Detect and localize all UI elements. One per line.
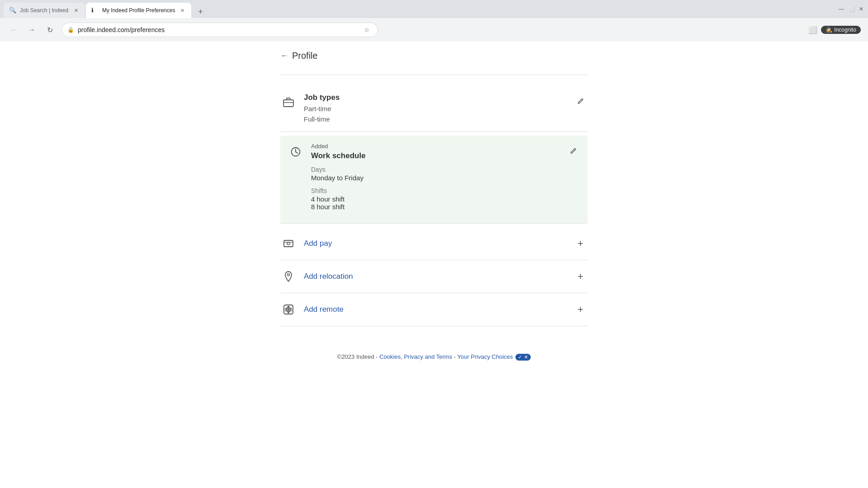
- back-navigation[interactable]: ← Profile: [280, 51, 588, 61]
- new-tab-button[interactable]: +: [194, 5, 207, 18]
- job-types-fulltime: Full-time: [304, 114, 566, 125]
- url-actions: ☆: [361, 24, 372, 35]
- work-schedule-inner: Added Work schedule Days Monday to Frida…: [288, 143, 580, 216]
- shifts-8hour: 8 hour shift: [311, 203, 559, 211]
- footer-privacy-link[interactable]: Your Privacy Choices: [457, 353, 513, 360]
- add-pay-row[interactable]: Add pay +: [280, 227, 588, 260]
- shifts-label: Shifts: [311, 187, 559, 194]
- tab-job-search[interactable]: 🔍 Job Search | Indeed ✕: [4, 3, 85, 18]
- job-types-title: Job types: [304, 93, 566, 102]
- add-pay-label: Add pay: [304, 239, 566, 248]
- title-bar: 🔍 Job Search | Indeed ✕ ℹ My Indeed Prof…: [0, 0, 868, 18]
- svg-line-4: [296, 152, 297, 153]
- browser-actions: ⬜ 🕵 Incognito: [807, 23, 861, 36]
- added-badge: Added: [311, 143, 559, 150]
- add-relocation-label: Add relocation: [304, 272, 566, 281]
- maximize-button[interactable]: ⬜: [848, 6, 854, 12]
- browser-window: 🔍 Job Search | Indeed ✕ ℹ My Indeed Prof…: [0, 0, 868, 488]
- privacy-check-icon: ✓: [518, 354, 522, 360]
- job-types-parttime: Part-time: [304, 104, 566, 114]
- refresh-button[interactable]: ↻: [43, 23, 56, 36]
- add-pay-plus-icon: +: [573, 236, 588, 251]
- work-schedule-edit-button[interactable]: [566, 144, 580, 158]
- days-label: Days: [311, 166, 559, 173]
- work-schedule-section: Added Work schedule Days Monday to Frida…: [280, 136, 588, 223]
- profile-back-label: Profile: [292, 51, 318, 61]
- tab2-title: My Indeed Profile Preferences: [102, 7, 175, 14]
- svg-rect-5: [284, 240, 293, 247]
- address-bar: ← → ↻ 🔒 profile.indeed.com/preferences ☆…: [0, 18, 868, 42]
- window-controls: — ⬜ ✕: [838, 6, 864, 12]
- tab-indeed-profile[interactable]: ℹ My Indeed Profile Preferences ✕: [86, 3, 191, 18]
- privacy-x-icon: ✕: [524, 354, 528, 360]
- extensions-button[interactable]: ⬜: [807, 23, 819, 36]
- close-button[interactable]: ✕: [858, 6, 864, 12]
- privacy-choices-badge[interactable]: ✓ ✕: [515, 354, 531, 361]
- bookmark-icon[interactable]: ☆: [361, 24, 372, 35]
- job-types-edit-button[interactable]: [573, 94, 588, 108]
- job-types-icon: [280, 94, 297, 110]
- days-value: Monday to Friday: [311, 174, 559, 182]
- tab1-close[interactable]: ✕: [72, 7, 80, 14]
- url-bar[interactable]: 🔒 profile.indeed.com/preferences ☆: [61, 23, 378, 37]
- footer-cookies-link[interactable]: Cookies, Privacy and Terms: [379, 353, 452, 360]
- svg-point-6: [287, 242, 290, 245]
- tab1-title: Job Search | Indeed: [20, 7, 69, 14]
- add-remote-label: Add remote: [304, 305, 566, 314]
- page-content: ← Profile Job types Part-time Full-time: [0, 42, 868, 488]
- footer-copyright: ©2023 Indeed -: [337, 353, 379, 360]
- work-schedule-icon: [288, 144, 304, 160]
- add-remote-plus-icon: +: [573, 302, 588, 317]
- tab2-close[interactable]: ✕: [179, 7, 186, 14]
- url-text: profile.indeed.com/preferences: [78, 26, 358, 33]
- forward-button[interactable]: →: [25, 23, 38, 36]
- add-relocation-row[interactable]: Add relocation +: [280, 260, 588, 293]
- svg-point-8: [288, 274, 290, 276]
- shifts-4hour: 4 hour shift: [311, 195, 559, 203]
- lock-icon: 🔒: [67, 27, 74, 33]
- footer: ©2023 Indeed - Cookies, Privacy and Term…: [280, 353, 588, 361]
- job-types-section: Job types Part-time Full-time: [280, 86, 588, 132]
- job-types-body: Job types Part-time Full-time: [304, 93, 566, 124]
- add-relocation-icon: [280, 268, 297, 285]
- tab2-icon: ℹ: [91, 7, 99, 14]
- minimize-button[interactable]: —: [838, 6, 844, 12]
- content-wrapper: ← Profile Job types Part-time Full-time: [280, 51, 588, 361]
- incognito-icon: 🕵: [826, 27, 832, 33]
- days-subsection: Days Monday to Friday: [311, 166, 559, 182]
- work-schedule-title: Work schedule: [311, 151, 559, 160]
- incognito-label: Incognito: [834, 27, 856, 33]
- work-schedule-wrapper: Added Work schedule Days Monday to Frida…: [280, 136, 588, 224]
- shifts-subsection: Shifts 4 hour shift 8 hour shift: [311, 187, 559, 211]
- back-arrow-icon: ←: [280, 51, 288, 61]
- add-remote-icon: [280, 301, 297, 318]
- tab1-icon: 🔍: [9, 7, 16, 14]
- svg-rect-0: [283, 100, 293, 107]
- top-divider: [280, 75, 588, 75]
- tabs-container: 🔍 Job Search | Indeed ✕ ℹ My Indeed Prof…: [4, 0, 838, 18]
- incognito-badge[interactable]: 🕵 Incognito: [821, 26, 861, 34]
- add-pay-icon: [280, 235, 297, 252]
- add-relocation-plus-icon: +: [573, 269, 588, 284]
- add-remote-row[interactable]: Add remote +: [280, 293, 588, 326]
- back-button[interactable]: ←: [7, 23, 20, 36]
- work-schedule-body: Added Work schedule Days Monday to Frida…: [311, 143, 559, 216]
